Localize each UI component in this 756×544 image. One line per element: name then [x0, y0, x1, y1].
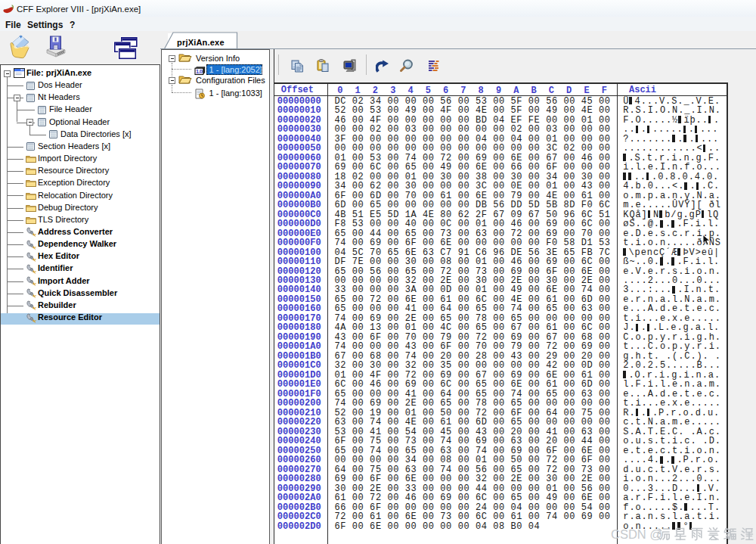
svg-text:1.0: 1.0 [196, 68, 203, 75]
